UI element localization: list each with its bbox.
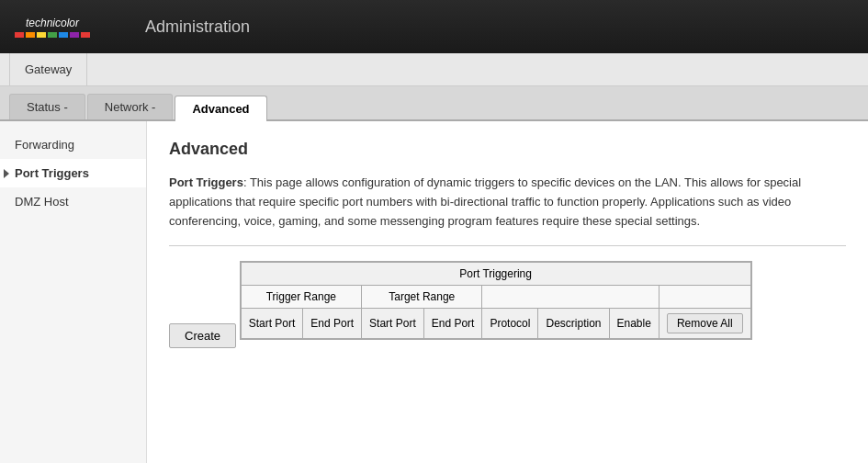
- col-protocol: Protocol: [482, 309, 538, 339]
- col-target-end-port: End Port: [423, 309, 482, 339]
- description: Port Triggers: This page allows configur…: [169, 174, 846, 231]
- col-action: Remove All: [659, 309, 750, 339]
- logo-bar-1: [15, 32, 24, 38]
- table-group-target-range: Target Range: [362, 286, 482, 309]
- sidebar-item-dmz-host[interactable]: DMZ Host: [0, 187, 146, 216]
- header-title: Administration: [145, 17, 250, 37]
- logo-bar-2: [26, 32, 35, 38]
- logo-bar-7: [81, 32, 90, 38]
- tab-advanced[interactable]: Advanced: [175, 96, 266, 121]
- col-target-start-port: Start Port: [362, 309, 424, 339]
- create-button[interactable]: Create: [169, 323, 236, 348]
- tab-network[interactable]: Network -: [87, 94, 174, 119]
- sidebar-item-port-triggers[interactable]: Port Triggers: [0, 159, 146, 187]
- logo-bar-3: [37, 32, 46, 38]
- header: technicolor Administration: [0, 0, 868, 53]
- table-group-trigger-range: Trigger Range: [241, 286, 361, 309]
- nav-bar: Gateway: [0, 53, 868, 86]
- logo-bar-5: [59, 32, 68, 38]
- content-area: Advanced Port Triggers: This page allows…: [147, 121, 868, 463]
- section-title: Port Triggers: [169, 175, 243, 189]
- main-layout: Forwarding Port Triggers DMZ Host Advanc…: [0, 121, 868, 463]
- nav-item-gateway[interactable]: Gateway: [9, 53, 87, 85]
- description-text: : This page allows configuration of dyna…: [169, 175, 801, 228]
- col-enable: Enable: [609, 309, 659, 339]
- sidebar: Forwarding Port Triggers DMZ Host: [0, 121, 147, 463]
- logo-bars: [15, 32, 90, 38]
- tab-status[interactable]: Status -: [9, 94, 85, 119]
- port-triggering-table: Port Triggering Trigger Range Target Ran…: [240, 261, 752, 340]
- logo-bar-6: [70, 32, 79, 38]
- port-table: Port Triggering Trigger Range Target Ran…: [241, 262, 751, 339]
- logo: technicolor: [15, 17, 90, 38]
- page-title: Advanced: [169, 140, 846, 159]
- col-trigger-start-port: Start Port: [241, 309, 303, 339]
- sidebar-item-forwarding[interactable]: Forwarding: [0, 130, 146, 159]
- col-description: Description: [538, 309, 609, 339]
- table-main-header: Port Triggering: [241, 263, 750, 286]
- col-trigger-end-port: End Port: [303, 309, 362, 339]
- tab-bar: Status - Network - Advanced: [0, 86, 868, 121]
- logo-bar-4: [48, 32, 57, 38]
- divider: [169, 245, 846, 246]
- table-group-empty: [482, 286, 659, 309]
- remove-all-button[interactable]: Remove All: [667, 313, 743, 333]
- logo-text: technicolor: [26, 17, 79, 29]
- table-group-action: [659, 286, 750, 309]
